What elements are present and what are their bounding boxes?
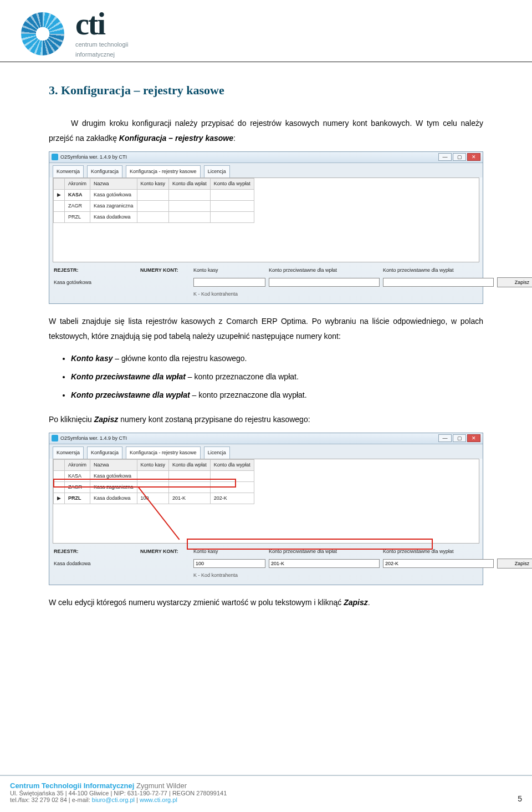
close-button[interactable]: ✕ (467, 434, 480, 442)
cell (137, 470, 169, 481)
minimize-button[interactable]: — (438, 434, 452, 442)
table-row[interactable]: ZAGR Kasa zagraniczna (54, 482, 254, 493)
table-row[interactable]: PRZL Kasa dodatkowa (54, 211, 254, 222)
section-heading: 3. Konfiguracja – rejestry kasowe (49, 79, 483, 102)
footer-company: Centrum Technologii Informatycznej (10, 781, 134, 790)
maximize-button[interactable]: ▢ (453, 153, 466, 161)
p4-c: . (368, 598, 370, 607)
col-konto-wplat: Konto dla wpłat (169, 459, 211, 470)
konto-wplat-input[interactable] (269, 559, 380, 568)
table-row[interactable]: ▶ KASA Kasa gotówkowa (54, 189, 254, 200)
close-button[interactable]: ✕ (467, 153, 480, 161)
col-akronim: Akronim (65, 459, 90, 470)
cell: ZAGR (65, 200, 90, 211)
col-pointer (54, 459, 65, 470)
cell (137, 200, 169, 211)
row-pointer-icon: ▶ (54, 189, 65, 200)
col-nazwa: Nazwa (90, 178, 137, 189)
rejestr-label: REJESTR: (54, 547, 137, 556)
app-icon (52, 435, 58, 441)
window-title: O2Symfonia wer. 1.4.9 by CTI (60, 434, 127, 443)
numery-kont-label: NUMERY KONT: (140, 547, 190, 556)
cell (54, 470, 65, 481)
col-head-konto-wyplat: Konto przeciwstawne dla wypłat (383, 547, 494, 556)
cell (210, 200, 254, 211)
konto-kasy-input[interactable] (193, 559, 265, 568)
k-hint: K - Kod kontrahenta (193, 290, 265, 299)
bullet-text: – główne konto dla rejestru kasowego. (112, 354, 247, 363)
cell: Kasa dodatkowa (90, 493, 137, 504)
col-head-konto-wplat: Konto przeciwstawne dla wpłat (269, 266, 380, 275)
tab-licencja[interactable]: Licencja (204, 165, 230, 177)
cell (54, 211, 65, 222)
bullet-term: Konto kasy (71, 354, 112, 363)
paragraph-4: W celu edycji któregoś numeru wystarczy … (49, 595, 483, 610)
rejestr-value: Kasa dodatkowa (54, 559, 137, 569)
table-row[interactable]: ZAGR Kasa zagraniczna (54, 200, 254, 211)
rejestr-label: REJESTR: (54, 266, 137, 275)
screenshot-1: O2Symfonia wer. 1.4.9 by CTI — ▢ ✕ Konwe… (49, 151, 483, 304)
app-icon (52, 154, 58, 160)
k-hint: K - Kod kontrahenta (193, 571, 265, 580)
col-konto-kasy: Konto kasy (137, 459, 169, 470)
col-konto-kasy: Konto kasy (137, 178, 169, 189)
col-head-konto-kasy: Konto kasy (193, 266, 265, 275)
table-row[interactable]: ▶ PRZL Kasa dodatkowa 100 201-K 202-K (54, 493, 254, 504)
footer-url-link[interactable]: www.cti.org.pl (140, 796, 177, 803)
window-titlebar: O2Symfonia wer. 1.4.9 by CTI — ▢ ✕ (49, 433, 483, 444)
konto-wplat-input[interactable] (269, 278, 380, 287)
table-row[interactable]: KASA Kasa gotówkowa (54, 470, 254, 481)
rejestr-value: Kasa gotówkowa (54, 278, 137, 287)
col-head-konto-wyplat: Konto przeciwstawne dla wypłat (383, 266, 494, 275)
tab-konwersja[interactable]: Konwersja (53, 446, 84, 459)
paragraph-1: W drugim kroku konfiguracji należy przyp… (49, 116, 483, 145)
page-header: cti centrum technologii informatycznej (0, 0, 532, 62)
list-item: Konto przeciwstawne dla wpłat – konto pr… (71, 369, 483, 384)
col-konto-wplat: Konto dla wpłat (169, 178, 211, 189)
grid-blank-area (53, 223, 479, 262)
data-grid[interactable]: Akronim Nazwa Konto kasy Konto dla wpłat… (53, 177, 479, 262)
cell: KASA (65, 189, 90, 200)
list-item: Konto przeciwstawne dla wypłat – konto p… (71, 388, 483, 403)
footer-email-link[interactable]: biuro@cti.org.pl (92, 796, 135, 803)
p1-text-c: : (233, 134, 236, 143)
footer-line2: Ul. Świętojańska 35 | 44-100 Gliwice | N… (10, 790, 227, 796)
cell (210, 189, 254, 200)
tab-licencja[interactable]: Licencja (204, 446, 230, 459)
cell: Kasa dodatkowa (90, 211, 137, 222)
tab-konwersja[interactable]: Konwersja (53, 165, 84, 177)
window-title: O2Symfonia wer. 1.4.9 by CTI (60, 153, 127, 162)
col-konto-wyplat: Konto dla wypłat (210, 178, 254, 189)
paragraph-2: W tabeli znajduje się lista rejestrów ka… (49, 314, 483, 343)
zapisz-button[interactable]: Zapisz (497, 559, 532, 569)
col-pointer (54, 178, 65, 189)
data-grid[interactable]: Akronim Nazwa Konto kasy Konto dla wpłat… (53, 459, 479, 544)
cell (169, 211, 211, 222)
konto-wyplat-input[interactable] (383, 559, 494, 568)
tab-konfiguracja[interactable]: Konfiguracja (87, 165, 122, 177)
bullet-list: Konto kasy – główne konto dla rejestru k… (71, 351, 483, 402)
bullet-term: Konto przeciwstawne dla wypłat (71, 390, 190, 399)
tab-konfiguracja[interactable]: Konfiguracja (87, 446, 122, 459)
konto-wyplat-input[interactable] (383, 278, 494, 287)
zapisz-button[interactable]: Zapisz (497, 277, 532, 287)
col-akronim: Akronim (65, 178, 90, 189)
tab-konfig-rejestry[interactable]: Konfiguracja - rejestry kasowe (126, 446, 201, 459)
konto-kasy-input[interactable] (193, 278, 265, 287)
cell: KASA (65, 470, 90, 481)
tab-konfig-rejestry[interactable]: Konfiguracja - rejestry kasowe (126, 165, 201, 177)
cell: PRZL (65, 211, 90, 222)
window-titlebar: O2Symfonia wer. 1.4.9 by CTI — ▢ ✕ (49, 152, 483, 163)
col-head-konto-kasy: Konto kasy (193, 547, 265, 556)
p1-tabname: Konfiguracja – rejestry kasowe (119, 134, 233, 143)
cell: Kasa gotówkowa (90, 189, 137, 200)
minimize-button[interactable]: — (438, 153, 452, 161)
logo-cti: cti (75, 10, 128, 38)
cell: 100 (137, 493, 169, 504)
cell (137, 189, 169, 200)
maximize-button[interactable]: ▢ (453, 434, 466, 442)
cell (169, 189, 211, 200)
cell: Kasa zagraniczna (90, 482, 137, 493)
bullet-term: Konto przeciwstawne dla wpłat (71, 372, 186, 381)
page-footer: Centrum Technologii Informatycznej Zygmu… (0, 775, 532, 812)
